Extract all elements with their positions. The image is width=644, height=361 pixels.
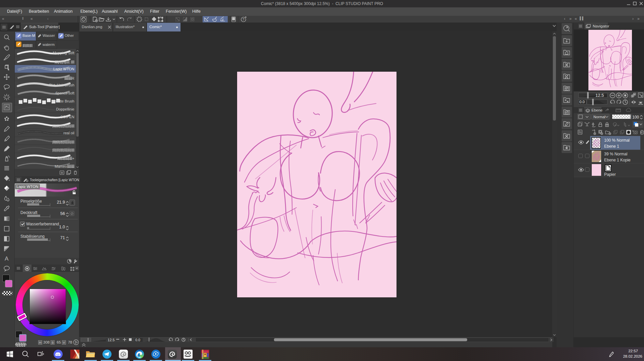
svg-text:A: A — [5, 256, 9, 262]
svg-text:?: ? — [242, 18, 244, 21]
